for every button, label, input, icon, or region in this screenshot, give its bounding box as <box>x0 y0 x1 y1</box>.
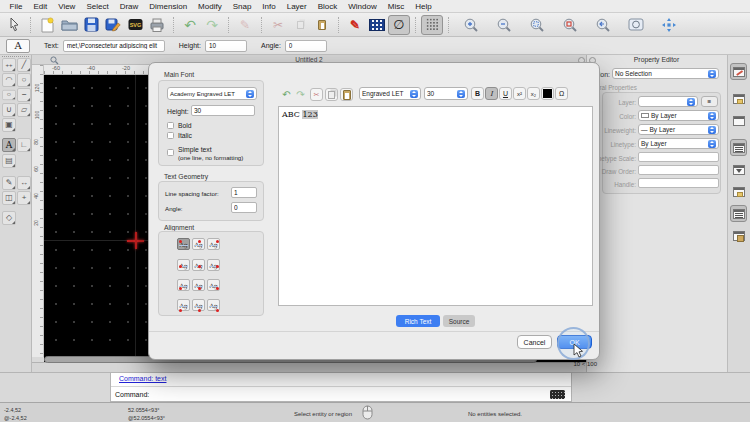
underline-button[interactable]: U <box>499 87 512 100</box>
menu-window[interactable]: Window <box>343 2 382 11</box>
menu-edit[interactable]: Edit <box>28 2 53 11</box>
align-middle-right-button[interactable]: Ag <box>207 259 220 271</box>
subscript-button[interactable]: x₂ <box>527 87 540 100</box>
align-bottom-center-button[interactable]: Ag <box>192 279 205 291</box>
keyboard-icon[interactable] <box>550 390 565 399</box>
paste-button[interactable] <box>311 15 333 35</box>
editor-redo-button[interactable]: ↷ <box>294 88 307 101</box>
tool-hatch-button[interactable]: ▣ <box>2 118 16 132</box>
text-color-button[interactable] <box>541 87 554 100</box>
zoom-window-button[interactable] <box>625 15 647 35</box>
align-baseline-right-button[interactable]: Ag <box>207 299 220 311</box>
color-dropdown[interactable]: By Layer <box>638 110 719 121</box>
tool-arc-button[interactable]: ◠ <box>2 73 16 87</box>
special-char-button[interactable]: Ω <box>555 87 568 100</box>
pen-edit-button[interactable]: ✎ <box>344 15 366 35</box>
command-line[interactable]: Command: <box>111 386 571 401</box>
copy-button[interactable] <box>289 15 311 35</box>
geometry-angle-input[interactable] <box>231 202 257 213</box>
menu-modify[interactable]: Modify <box>193 2 228 11</box>
zoom-in-button[interactable] <box>460 15 482 35</box>
tool-circle-button[interactable]: ○ <box>17 73 31 87</box>
tool-points-button[interactable]: ++ <box>2 58 16 72</box>
bold-button[interactable]: B <box>471 87 484 100</box>
tool-text-button[interactable]: A <box>2 138 16 152</box>
editor-undo-button[interactable]: ↶ <box>280 88 293 101</box>
zoom-auto-button[interactable] <box>526 15 548 35</box>
dialog-height-input[interactable] <box>191 105 255 116</box>
cut-button[interactable]: ✂ <box>267 15 289 35</box>
menu-file[interactable]: File <box>4 2 28 11</box>
align-top-right-button[interactable]: Ag <box>207 238 220 250</box>
menu-dimension[interactable]: Dimension <box>144 2 193 11</box>
linetype-scale-input[interactable] <box>638 152 719 162</box>
align-baseline-center-button[interactable]: Ag <box>192 299 205 311</box>
tool-spline-button[interactable]: ~ <box>17 88 31 102</box>
svg-export-button[interactable]: SVG <box>124 15 146 35</box>
selection-dropdown[interactable]: No Selection <box>612 68 719 79</box>
redo-button[interactable]: ↷ <box>201 15 223 35</box>
open-file-button[interactable] <box>58 15 80 35</box>
align-baseline-left-button[interactable]: Ag <box>177 299 190 311</box>
text-tool-button[interactable]: A <box>6 39 30 53</box>
editor-copy-button[interactable] <box>325 88 338 101</box>
tool-boolean-button[interactable]: ◫ <box>2 191 16 205</box>
layer-menu-button[interactable]: ≡ <box>701 96 718 107</box>
pointer-tool-button[interactable] <box>3 15 25 35</box>
menu-info[interactable]: Info <box>257 2 281 11</box>
tool-image-button[interactable]: ▤ <box>2 154 16 168</box>
align-middle-left-button[interactable]: Ag <box>177 259 190 271</box>
height-input[interactable] <box>205 40 247 52</box>
italic-button[interactable]: I <box>485 87 498 100</box>
magnifier-icon[interactable] <box>50 56 59 65</box>
draw-pen-button[interactable]: ✎ <box>234 15 256 35</box>
menu-select[interactable]: Select <box>81 2 114 11</box>
polyline-settings-button[interactable] <box>366 15 388 35</box>
superscript-button[interactable]: x² <box>513 87 526 100</box>
align-bottom-left-button[interactable]: Ag <box>177 279 190 291</box>
cancel-button[interactable]: Cancel <box>517 335 552 349</box>
save-as-button[interactable] <box>102 15 124 35</box>
tool-box3d-button[interactable]: ◇ <box>2 211 16 225</box>
menu-help[interactable]: Help <box>410 2 437 11</box>
zoom-pan-button[interactable] <box>658 15 680 35</box>
handle-input[interactable] <box>638 178 719 188</box>
align-top-center-button[interactable]: Ag <box>192 238 205 250</box>
dock-list-panel-button[interactable] <box>730 139 747 156</box>
new-file-button[interactable] <box>36 15 58 35</box>
bold-checkbox[interactable] <box>167 122 174 129</box>
tool-measure-button[interactable]: ✎ <box>2 176 16 190</box>
menu-layer[interactable]: Layer <box>281 2 312 11</box>
dock-property-editor-button[interactable] <box>730 63 747 80</box>
main-font-dropdown[interactable]: Academy Engraved LET <box>167 87 257 100</box>
source-tab[interactable]: Source <box>443 315 475 327</box>
dock-blank-panel-button[interactable] <box>730 112 747 129</box>
menu-view[interactable]: View <box>53 2 81 11</box>
print-button[interactable] <box>146 15 168 35</box>
rich-text-tab[interactable]: Rich Text <box>396 315 440 327</box>
grid-toggle-button[interactable] <box>421 15 443 35</box>
align-top-left-button[interactable]: Ag <box>177 238 190 250</box>
dock-command-panel-button[interactable] <box>730 205 747 222</box>
dock-layer-list-button[interactable] <box>730 90 747 107</box>
align-middle-center-button[interactable]: Ag <box>192 259 205 271</box>
align-bottom-right-button[interactable]: Ag <box>207 279 220 291</box>
menu-block[interactable]: Block <box>312 2 343 11</box>
draw-order-input[interactable] <box>638 165 719 175</box>
simple-text-checkbox[interactable] <box>167 149 174 156</box>
editor-cut-button[interactable]: ✂ <box>310 88 323 101</box>
layer-dropdown[interactable] <box>638 96 698 107</box>
dock-clipboard-panel-button[interactable] <box>730 227 747 244</box>
tool-dimension-button[interactable]: ∟ <box>17 138 31 152</box>
zoom-out-button[interactable] <box>493 15 515 35</box>
dock-filter-panel-button[interactable] <box>730 161 747 178</box>
zoom-previous-button[interactable] <box>592 15 614 35</box>
rich-text-editor[interactable]: ABC 123 <box>278 106 593 306</box>
snap-free-button[interactable]: ∅ <box>388 15 410 35</box>
tool-shape-button[interactable]: ▱ <box>17 103 31 117</box>
menu-draw[interactable]: Draw <box>114 2 144 11</box>
undo-button[interactable]: ↶ <box>179 15 201 35</box>
tool-snap-button[interactable]: + <box>17 191 31 205</box>
italic-checkbox[interactable] <box>167 132 174 139</box>
zoom-redraw-button[interactable] <box>559 15 581 35</box>
